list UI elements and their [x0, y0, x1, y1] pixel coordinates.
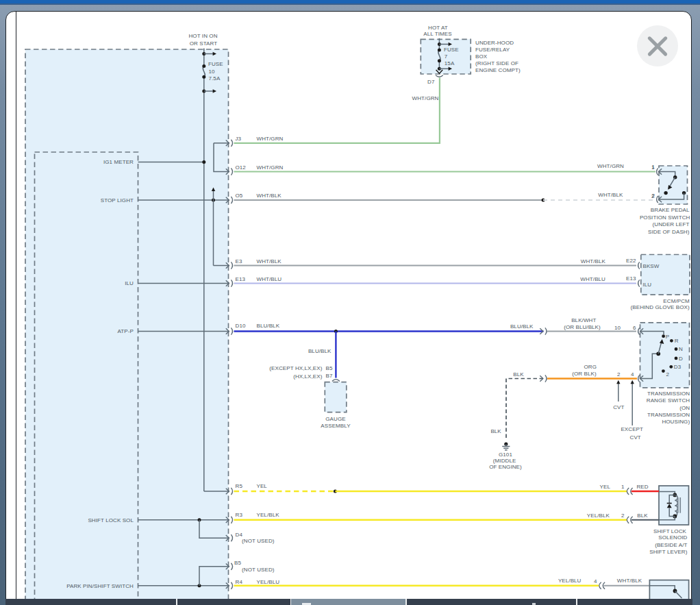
svg-text:POSITION SWITCH: POSITION SWITCH — [640, 214, 690, 221]
svg-text:WHT/GRN: WHT/GRN — [257, 164, 284, 171]
svg-text:(ON: (ON — [679, 405, 690, 411]
svg-text:(EXCEPT HX,LX,EX): (EXCEPT HX,LX,EX) — [269, 365, 322, 371]
svg-text:10: 10 — [614, 325, 621, 331]
svg-text:BLK: BLK — [513, 371, 524, 378]
svg-text:SOLENOID: SOLENOID — [658, 534, 687, 541]
svg-text:ECM/PCM: ECM/PCM — [663, 298, 690, 304]
svg-text:(UNDER LEFT: (UNDER LEFT — [653, 221, 690, 227]
svg-text:EXCEPT: EXCEPT — [621, 426, 643, 432]
svg-text:SHIFT LOCK: SHIFT LOCK — [653, 528, 687, 534]
svg-text:GAUGE: GAUGE — [325, 416, 345, 422]
svg-text:R3: R3 — [236, 512, 243, 518]
svg-text:WHT/BLK: WHT/BLK — [581, 258, 606, 264]
svg-text:B5: B5 — [234, 560, 241, 566]
svg-text:FUSE: FUSE — [444, 47, 459, 53]
svg-text:(MIDDLE: (MIDDLE — [493, 458, 516, 464]
svg-text:PARK PIN/SHIFT SWITCH: PARK PIN/SHIFT SWITCH — [66, 583, 134, 589]
svg-text:CVT: CVT — [613, 404, 624, 410]
svg-text:ILU: ILU — [643, 282, 652, 288]
svg-text:HOT IN ON: HOT IN ON — [188, 33, 217, 39]
svg-text:RANGE SWITCH: RANGE SWITCH — [647, 397, 690, 404]
svg-text:STOP LIGHT: STOP LIGHT — [101, 197, 134, 203]
svg-text:WHT/BLK: WHT/BLK — [617, 578, 642, 584]
svg-text:4: 4 — [631, 371, 634, 378]
svg-text:O5: O5 — [236, 193, 243, 199]
svg-text:D: D — [679, 356, 683, 362]
svg-text:WHT/GRN: WHT/GRN — [597, 163, 624, 169]
svg-text:D7: D7 — [427, 79, 435, 85]
svg-text:ENGINE COMPT): ENGINE COMPT) — [475, 67, 521, 73]
svg-text:D4: D4 — [236, 532, 243, 538]
svg-text:B7: B7 — [326, 373, 333, 379]
svg-text:WHT/GRN: WHT/GRN — [257, 136, 284, 142]
svg-text:YEL: YEL — [600, 484, 611, 490]
svg-text:YEL/BLK: YEL/BLK — [257, 512, 280, 518]
svg-text:WHT/BLK: WHT/BLK — [257, 258, 282, 264]
svg-text:(OR BLK): (OR BLK) — [572, 371, 597, 377]
svg-text:2: 2 — [617, 371, 621, 378]
svg-text:E22: E22 — [626, 258, 636, 264]
svg-text:1: 1 — [621, 484, 625, 490]
svg-text:BLK: BLK — [490, 428, 501, 434]
svg-text:R4: R4 — [236, 579, 243, 585]
svg-text:7.5A: 7.5A — [209, 75, 221, 82]
svg-text:FUSE/RELAY: FUSE/RELAY — [475, 47, 510, 53]
svg-text:BLU/BLK: BLU/BLK — [308, 348, 332, 354]
svg-text:RED: RED — [636, 484, 648, 490]
svg-text:SIDE OF DASH): SIDE OF DASH) — [648, 229, 690, 235]
svg-text:15A: 15A — [445, 60, 455, 66]
svg-text:(NOT USED): (NOT USED) — [242, 538, 275, 544]
svg-text:UNDER-HOOD: UNDER-HOOD — [475, 40, 514, 46]
svg-text:2: 2 — [666, 371, 670, 378]
svg-text:HOUSING): HOUSING) — [662, 419, 690, 425]
svg-text:FUSE: FUSE — [208, 61, 223, 67]
svg-text:N: N — [679, 346, 683, 352]
svg-text:TRANSMISSION: TRANSMISSION — [647, 391, 690, 397]
svg-text:WHT/BLK: WHT/BLK — [598, 192, 623, 198]
svg-text:R: R — [675, 338, 679, 344]
svg-text:YEL/BLU: YEL/BLU — [257, 579, 280, 585]
svg-text:E13: E13 — [236, 276, 246, 282]
svg-text:BLU/BLK: BLU/BLK — [510, 323, 534, 330]
svg-text:2: 2 — [621, 513, 625, 519]
svg-text:BOX: BOX — [475, 53, 488, 60]
svg-text:(OR BLU/BLK): (OR BLU/BLK) — [564, 324, 601, 330]
svg-text:YEL/BLU: YEL/BLU — [558, 578, 582, 584]
svg-text:(HX,LX,EX): (HX,LX,EX) — [293, 373, 323, 380]
svg-text:P: P — [666, 334, 669, 340]
svg-text:WHT/BLK: WHT/BLK — [257, 193, 282, 199]
svg-text:O12: O12 — [236, 164, 247, 171]
svg-text:IG1 METER: IG1 METER — [103, 159, 134, 165]
svg-text:E3: E3 — [236, 258, 242, 264]
svg-text:(RIGHT SIDE OF: (RIGHT SIDE OF — [475, 60, 518, 66]
svg-text:SHIFT LEVER): SHIFT LEVER) — [649, 549, 688, 555]
svg-text:OF ENGINE): OF ENGINE) — [489, 464, 522, 470]
svg-text:WHT/GRN: WHT/GRN — [412, 95, 439, 101]
svg-text:J3: J3 — [236, 136, 242, 142]
svg-text:D3: D3 — [674, 364, 682, 370]
svg-text:TRANSMISSION: TRANSMISSION — [647, 412, 690, 418]
svg-text:SHIFT LOCK SOL: SHIFT LOCK SOL — [88, 517, 134, 523]
svg-text:E13: E13 — [626, 275, 636, 282]
svg-text:(NOT USED): (NOT USED) — [242, 567, 275, 573]
svg-text:BLU/BLK: BLU/BLK — [257, 323, 280, 329]
svg-text:G101: G101 — [499, 452, 512, 458]
svg-text:BLK/WHT: BLK/WHT — [571, 317, 596, 323]
svg-text:ORG: ORG — [584, 364, 597, 370]
svg-text:(BESIDE A/T: (BESIDE A/T — [655, 542, 687, 548]
svg-text:B5: B5 — [326, 365, 333, 371]
svg-text:WHT/BLU: WHT/BLU — [257, 276, 282, 282]
svg-text:ATP-P: ATP-P — [118, 328, 134, 334]
svg-text:WHT/BLU: WHT/BLU — [580, 276, 605, 282]
svg-text:ASSEMBLY: ASSEMBLY — [321, 423, 351, 429]
svg-text:BRAKE PEDAL: BRAKE PEDAL — [651, 207, 690, 213]
svg-text:1: 1 — [651, 164, 655, 170]
svg-text:7: 7 — [445, 53, 448, 60]
svg-text:R5: R5 — [236, 483, 243, 489]
svg-text:BKSW: BKSW — [643, 263, 660, 269]
svg-text:YEL: YEL — [257, 483, 268, 489]
svg-text:OR START: OR START — [190, 40, 218, 47]
svg-text:(BEHIND GLOVE BOX): (BEHIND GLOVE BOX) — [631, 304, 690, 310]
svg-text:CVT: CVT — [630, 434, 641, 441]
svg-text:2: 2 — [651, 193, 655, 199]
